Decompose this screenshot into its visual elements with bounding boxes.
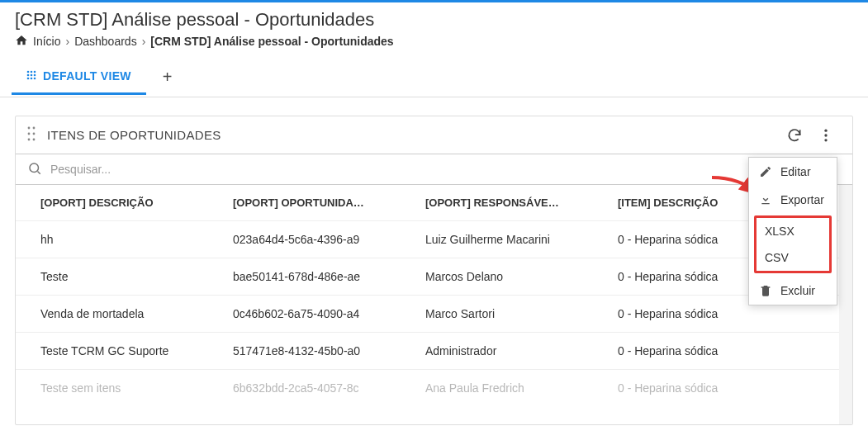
cell: Ana Paula Fredrich — [401, 370, 593, 407]
table-row[interactable]: Teste sem itens 6b632bdd-2ca5-4057-8c An… — [16, 370, 852, 407]
cell: Teste TCRM GC Suporte — [16, 333, 208, 370]
svg-point-14 — [33, 139, 36, 141]
card-oportunidades: ITENS DE OPORTUNIDADES Editar — [15, 116, 853, 425]
menu-edit-label: Editar — [780, 165, 811, 178]
cell: Venda de mortadela — [16, 296, 208, 333]
table-row[interactable]: Teste TCRM GC Suporte 517471e8-4132-45b0… — [16, 333, 852, 370]
menu-delete-label: Excluir — [780, 284, 815, 297]
breadcrumb: Início › Dashboards › [CRM STD] Análise … — [15, 34, 853, 48]
cell: Luiz Guilherme Macarini — [401, 221, 593, 258]
search-input[interactable] — [42, 159, 841, 179]
export-format-box: XLSX CSV — [754, 215, 832, 273]
svg-point-9 — [28, 127, 31, 130]
refresh-button[interactable] — [786, 127, 803, 144]
cell: Teste — [16, 258, 208, 296]
svg-point-8 — [34, 78, 36, 80]
cell: Marcos Delano — [401, 258, 593, 296]
svg-point-18 — [30, 163, 39, 173]
svg-point-3 — [27, 74, 30, 77]
svg-point-2 — [34, 71, 36, 73]
card-title: ITENS DE OPORTUNIDADES — [47, 128, 221, 142]
pencil-icon — [759, 165, 772, 178]
svg-point-13 — [28, 139, 31, 141]
svg-point-7 — [31, 78, 33, 80]
tab-default-view[interactable]: DEFAULT VIEW — [12, 59, 146, 95]
menu-export-label: Exportar — [780, 193, 824, 206]
svg-point-5 — [34, 74, 36, 77]
menu-export-xlsx[interactable]: XLSX — [757, 218, 829, 244]
cell: 0 - Heparina sódica — [593, 333, 852, 370]
table-row[interactable]: Teste bae50141-678d-486e-ae Marcos Delan… — [16, 258, 852, 296]
trash-icon — [759, 284, 772, 297]
breadcrumb-home[interactable]: Início — [33, 35, 60, 48]
cell: bae50141-678d-486e-ae — [208, 258, 401, 296]
tab-label: DEFAULT VIEW — [43, 69, 131, 83]
table-row[interactable]: hh 023a64d4-5c6a-4396-a9 Luiz Guilherme … — [16, 221, 852, 258]
more-menu: Editar Exportar XLSX CSV — [748, 157, 837, 305]
col-oport-responsavel[interactable]: [OPORT] RESPONSÁVE… — [401, 185, 593, 221]
cell: hh — [16, 221, 208, 258]
cell: 0 - Heparina sódica — [593, 370, 852, 407]
cell: 517471e8-4132-45b0-a0 — [208, 333, 401, 370]
menu-csv-label: CSV — [765, 251, 789, 264]
search-icon — [27, 161, 42, 178]
home-icon — [15, 34, 28, 48]
svg-point-1 — [31, 71, 33, 73]
table-row[interactable]: Venda de mortadela 0c46b602-6a75-4090-a4… — [16, 296, 852, 333]
cell: Administrador — [401, 333, 593, 370]
cell: 0c46b602-6a75-4090-a4 — [208, 296, 401, 333]
svg-point-10 — [33, 127, 36, 130]
svg-point-6 — [27, 78, 30, 80]
breadcrumb-current: [CRM STD] Análise pessoal - Oportunidade… — [150, 35, 393, 48]
menu-delete[interactable]: Excluir — [749, 277, 837, 305]
svg-point-17 — [824, 139, 827, 141]
chevron-right-icon: › — [142, 35, 146, 48]
svg-point-16 — [824, 134, 827, 136]
svg-point-0 — [27, 71, 30, 73]
oportunidades-table: [OPORT] DESCRIÇÃO [OPORT] OPORTUNIDA… [O… — [16, 185, 852, 406]
more-menu-button[interactable]: Editar Exportar XLSX CSV — [818, 127, 834, 144]
cell: Teste sem itens — [16, 370, 208, 407]
svg-point-15 — [824, 129, 827, 131]
page-title: [CRM STD] Análise pessoal - Oportunidade… — [15, 9, 853, 31]
cell: 6b632bdd-2ca5-4057-8c — [208, 370, 401, 407]
svg-line-19 — [37, 171, 40, 173]
menu-export-csv[interactable]: CSV — [757, 244, 829, 271]
grip-icon — [26, 69, 36, 83]
tab-strip: DEFAULT VIEW + — [0, 58, 868, 97]
download-icon — [759, 193, 772, 206]
svg-point-12 — [33, 133, 36, 135]
breadcrumb-dashboards[interactable]: Dashboards — [74, 35, 137, 48]
cell: 023a64d4-5c6a-4396-a9 — [208, 221, 401, 258]
col-oport-oportunidade[interactable]: [OPORT] OPORTUNIDA… — [208, 185, 401, 221]
cell: Marco Sartori — [401, 296, 593, 333]
menu-export[interactable]: Exportar — [749, 186, 837, 214]
col-oport-descricao[interactable]: [OPORT] DESCRIÇÃO — [16, 185, 208, 221]
chevron-right-icon: › — [65, 35, 69, 48]
svg-point-4 — [31, 74, 33, 77]
menu-xlsx-label: XLSX — [765, 225, 794, 238]
svg-point-11 — [28, 133, 31, 135]
add-tab-button[interactable]: + — [146, 58, 189, 97]
menu-edit[interactable]: Editar — [749, 158, 837, 186]
drag-handle-icon[interactable] — [27, 126, 36, 144]
